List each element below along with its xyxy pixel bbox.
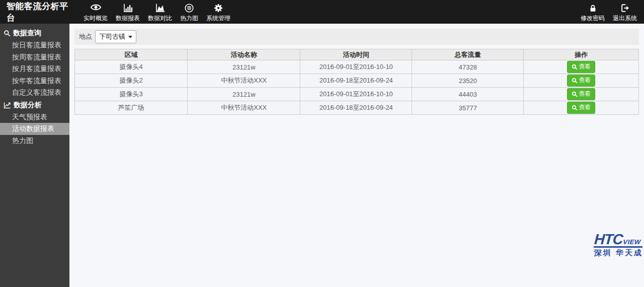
area-chart-icon xyxy=(155,2,165,13)
search-icon xyxy=(572,64,578,70)
cell-region: 摄像头3 xyxy=(75,88,188,101)
sidebar-item-weekly-report[interactable]: 按周客流量报表 xyxy=(0,51,69,63)
nav-label: 数据对比 xyxy=(148,14,172,23)
change-password-button[interactable]: 修改密码 xyxy=(577,0,609,24)
cell-total: 44403 xyxy=(412,88,524,101)
cell-activity: 23121w xyxy=(188,88,300,101)
sidebar-section-data-query[interactable]: 数据查询 xyxy=(0,27,69,39)
cell-total: 47328 xyxy=(412,60,524,74)
cell-total: 23520 xyxy=(412,74,524,88)
search-icon xyxy=(572,105,578,111)
col-header-activity-name: 活动名称 xyxy=(188,49,300,60)
logo-subtitle: 深圳 华天成 xyxy=(594,248,643,258)
table-row: 芦笙广场 中秋节活动XXX 2016-09-18至2016-09-24 3577… xyxy=(75,101,639,115)
cell-total: 35777 xyxy=(412,101,524,115)
eye-icon xyxy=(90,2,102,13)
main-nav: 实时概览 数据报表 数据对比 热力图 系统管理 xyxy=(79,0,234,24)
search-icon xyxy=(572,78,578,84)
view-button-label: 查看 xyxy=(579,103,591,112)
gear-icon xyxy=(213,2,223,13)
view-button[interactable]: 查看 xyxy=(567,75,595,87)
search-icon xyxy=(4,30,11,37)
cell-actions: 查看 xyxy=(524,101,639,115)
sidebar-section-title: 数据查询 xyxy=(13,29,41,38)
sidebar-item-activity-report[interactable]: 活动数据报表 xyxy=(0,123,69,135)
sidebar-item-monthly-report[interactable]: 按月客流量报表 xyxy=(0,63,69,75)
cell-actions: 查看 xyxy=(524,88,639,101)
view-button-label: 查看 xyxy=(579,76,591,85)
app-title: 智能客流分析平台 xyxy=(0,0,69,24)
nav-label: 数据报表 xyxy=(116,14,140,23)
table-header-row: 区域 活动名称 活动时间 总客流量 操作 xyxy=(75,49,639,60)
table-row: 摄像头3 23121w 2016-09-01至2016-10-10 44403 … xyxy=(75,88,639,101)
col-header-actions: 操作 xyxy=(524,49,639,60)
sidebar: 数据查询 按日客流量报表 按周客流量报表 按月客流量报表 按年客流量报表 自定义… xyxy=(0,24,69,287)
nav-item-data-report[interactable]: 数据报表 xyxy=(112,0,144,24)
nav-label: 热力图 xyxy=(180,14,198,23)
bar-chart-icon xyxy=(123,2,133,13)
cell-activity: 中秋节活动XXX xyxy=(188,101,300,115)
view-button-label: 查看 xyxy=(579,90,591,98)
cell-activity: 中秋节活动XXX xyxy=(188,74,300,88)
lock-icon xyxy=(588,2,598,13)
nav-label: 实时概览 xyxy=(84,14,108,23)
nav-label: 系统管理 xyxy=(206,14,230,23)
table-row: 摄像头2 中秋节活动XXX 2016-09-18至2016-09-24 2352… xyxy=(75,74,639,88)
location-dropdown[interactable]: 下司古镇 xyxy=(95,30,136,43)
sidebar-item-weather-report[interactable]: 天气预报表 xyxy=(0,111,69,123)
sidebar-item-yearly-report[interactable]: 按年客流量报表 xyxy=(0,75,69,87)
location-label: 地点 xyxy=(79,32,92,41)
sidebar-section-data-analysis[interactable]: 数据分析 xyxy=(0,99,69,111)
cell-region: 摄像头2 xyxy=(75,74,188,88)
cell-time: 2016-09-01至2016-10-10 xyxy=(300,60,412,74)
col-header-region: 区域 xyxy=(75,49,188,60)
filter-bar: 地点 下司古镇 xyxy=(74,29,639,45)
nav-label: 退出系统 xyxy=(613,14,637,23)
topbar: 智能客流分析平台 实时概览 数据报表 数据对比 热力图 xyxy=(0,0,644,24)
line-chart-icon xyxy=(4,101,11,109)
cell-time: 2016-09-18至2016-09-24 xyxy=(300,74,412,88)
view-button[interactable]: 查看 xyxy=(567,88,595,100)
logo-wordmark: HTCview xyxy=(594,232,643,248)
cell-time: 2016-09-18至2016-09-24 xyxy=(300,101,412,115)
cell-time: 2016-09-01至2016-10-10 xyxy=(300,88,412,101)
logout-button[interactable]: 退出系统 xyxy=(609,0,641,24)
logo-brand-text: HTC xyxy=(594,232,623,246)
cell-actions: 查看 xyxy=(524,74,639,88)
view-button[interactable]: 查看 xyxy=(567,102,595,114)
sidebar-item-custom-report[interactable]: 自定义客流报表 xyxy=(0,87,69,99)
sidebar-item-daily-report[interactable]: 按日客流量报表 xyxy=(0,39,69,51)
activity-table: 区域 活动名称 活动时间 总客流量 操作 摄像头4 23121w 2016-09… xyxy=(74,49,639,115)
view-button[interactable]: 查看 xyxy=(567,61,595,73)
nav-item-data-compare[interactable]: 数据对比 xyxy=(144,0,176,24)
htcview-logo: HTCview 深圳 华天成 xyxy=(594,232,644,258)
nav-item-heatmap[interactable]: 热力图 xyxy=(176,0,202,24)
location-dropdown-value: 下司古镇 xyxy=(99,32,125,41)
cell-actions: 查看 xyxy=(524,60,639,74)
sidebar-section-title: 数据分析 xyxy=(14,101,42,110)
nav-item-system-admin[interactable]: 系统管理 xyxy=(202,0,234,24)
col-header-total-flow: 总客流量 xyxy=(412,49,524,60)
cell-region: 摄像头4 xyxy=(75,60,188,74)
logo-brand-suffix: view xyxy=(623,238,641,246)
cell-activity: 23121w xyxy=(188,60,300,74)
view-button-label: 查看 xyxy=(579,62,591,71)
chevron-down-icon xyxy=(128,36,132,38)
heatmap-icon xyxy=(184,2,194,13)
search-icon xyxy=(572,91,578,97)
table-row: 摄像头4 23121w 2016-09-01至2016-10-10 47328 … xyxy=(75,60,639,74)
cell-region: 芦笙广场 xyxy=(75,101,188,115)
col-header-activity-time: 活动时间 xyxy=(300,49,412,60)
sidebar-item-heatmap[interactable]: 热力图 xyxy=(0,135,69,147)
topbar-right: 修改密码 退出系统 xyxy=(577,0,644,24)
nav-label: 修改密码 xyxy=(581,14,605,23)
main-content: 地点 下司古镇 区域 活动名称 活动时间 总客流量 操作 摄像头4 xyxy=(69,24,644,287)
sign-out-icon xyxy=(620,2,630,13)
nav-item-realtime-overview[interactable]: 实时概览 xyxy=(79,0,112,24)
